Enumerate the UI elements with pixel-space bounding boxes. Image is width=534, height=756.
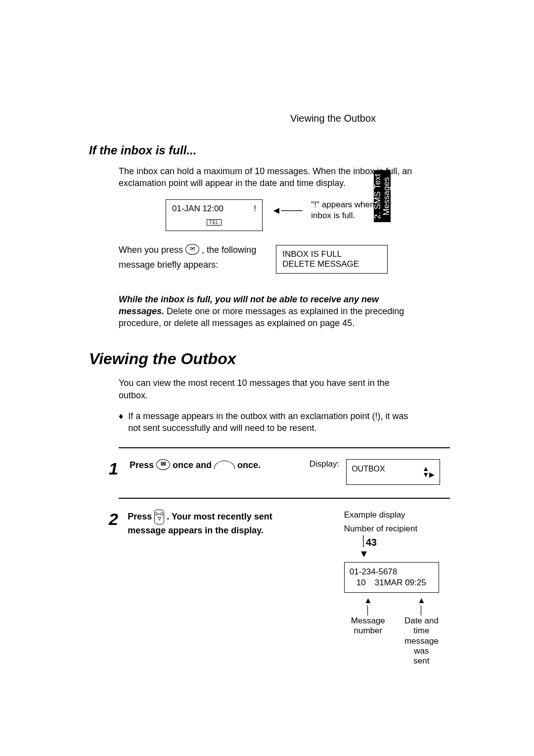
example-display-block: Example display Number of recipient │▼ 0… — [344, 510, 440, 666]
page-number: 43 — [366, 537, 377, 548]
nav-key-icon: ▷◁▽ — [154, 510, 164, 524]
inbox-full-line1: INBOX IS FULL — [282, 249, 381, 259]
step-1-row: 1 Press ✉ once and once. Display: OUTBOX… — [109, 459, 440, 485]
outbox-phone: 01-234-5678 — [350, 567, 434, 577]
divider-2 — [119, 498, 450, 499]
step1-text-a: Press — [130, 460, 156, 470]
lcd-datetime: 01-JAN 12:00 — [172, 204, 223, 214]
bullet-diamond-icon: ♦ — [119, 410, 123, 434]
press-text-a: When you press — [119, 245, 185, 255]
bang-caption: "!" appears when the inbox is full. — [311, 199, 410, 221]
outbox-bullet-text: If a message appears in the outbox with … — [128, 410, 415, 434]
msgnum-label1: Message — [351, 616, 385, 626]
recipient-label: Number of recipient — [344, 523, 440, 534]
mail-key-icon: ✉ — [156, 459, 170, 470]
lcd-bang: ! — [254, 204, 256, 214]
outbox-datetime: 31MAR 09:25 — [375, 577, 426, 588]
outbox-intro: You can view the most recent 10 messages… — [119, 377, 420, 401]
step-2-row: 2 Press ▷◁▽ . Your most recently sent me… — [109, 510, 440, 666]
step2-text-a: Press — [128, 511, 154, 521]
dt-label3: sent — [403, 656, 440, 666]
tel-badge: TEL — [207, 219, 222, 226]
step1-text-b: once and — [173, 460, 214, 470]
outbox-display-value: OUTBOX — [352, 465, 385, 473]
inbox-full-display-row: 01-JAN 12:00 ! TEL ◄─── "!" appears when… — [166, 199, 440, 231]
outbox-bullet: ♦ If a message appears in the outbox wit… — [119, 410, 415, 434]
press-message-row: When you press ✉ , the following message… — [119, 245, 440, 274]
viewing-outbox-heading: Viewing the Outbox — [89, 350, 440, 368]
example-display-label: Example display — [344, 510, 440, 520]
warning-block: While the inbox is full, you will not be… — [119, 293, 415, 330]
step-1-number: 1 — [109, 459, 123, 478]
chapter-tab: 2. SMS Text Messages — [374, 170, 391, 222]
press-text-c: message briefly appears: — [119, 260, 256, 270]
outbox-display-box: OUTBOX ▲▼▶ — [346, 459, 440, 485]
arrow-left-icon: ◄─── — [271, 205, 302, 216]
arrow-up-icon: ▲│ — [403, 596, 440, 616]
mail-key-icon: ✉ — [185, 244, 199, 255]
outbox-msg-box: 01-234-5678 10 31MAR 09:25 — [344, 562, 439, 593]
step1-text-c: once. — [237, 460, 261, 470]
step-2-number: 2 — [109, 510, 121, 529]
display-label: Display: — [310, 459, 339, 469]
press-text-b: , the following — [202, 245, 256, 255]
inbox-full-heading: If the inbox is full... — [89, 143, 440, 157]
manual-page: Viewing the Outbox 2. SMS Text Messages … — [0, 0, 534, 756]
updown-arrows-icon: ▲▼▶ — [422, 466, 435, 478]
lcd-datetime-box: 01-JAN 12:00 ! TEL — [166, 199, 263, 231]
running-header: Viewing the Outbox — [290, 113, 376, 124]
up-key-icon — [214, 461, 235, 471]
dt-label2: message was — [403, 636, 440, 657]
outbox-msg-num: 10 — [356, 577, 366, 588]
arrow-up-icon: ▲│ — [351, 596, 385, 616]
dt-label1: Date and time — [403, 616, 440, 636]
inbox-full-line2: DELETE MESSAGE — [282, 259, 381, 269]
inbox-full-message-box: INBOX IS FULL DELETE MESSAGE — [276, 245, 388, 274]
chapter-tab-line1: 2. SMS Text — [373, 174, 382, 219]
msgnum-label2: number — [351, 626, 385, 636]
chapter-tab-line2: Messages — [382, 177, 391, 215]
divider-1 — [119, 447, 450, 448]
